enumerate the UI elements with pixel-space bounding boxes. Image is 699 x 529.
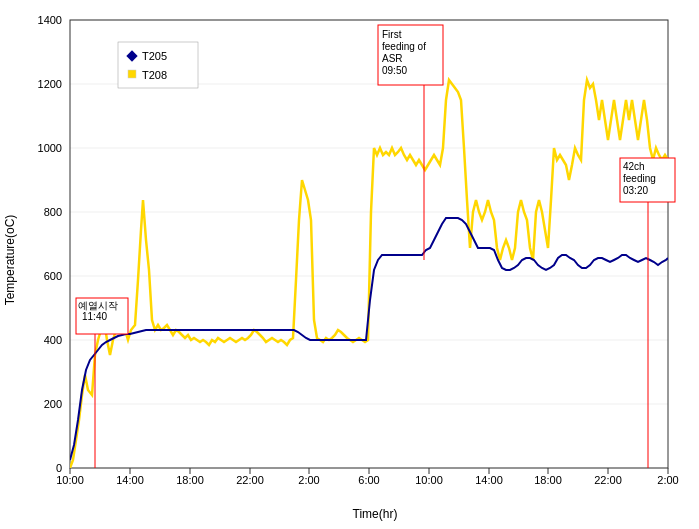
annotation-preheat-text: 예열시작 [78,300,118,311]
legend-box [118,42,198,88]
x-tick-5: 6:00 [358,474,379,486]
x-tick-6: 10:00 [415,474,443,486]
y-tick-1400: 1400 [38,14,62,26]
x-tick-9: 22:00 [594,474,622,486]
y-tick-0: 0 [56,462,62,474]
annotation-42ch-text1: 42ch [623,161,645,172]
y-tick-200: 200 [44,398,62,410]
x-tick-10: 2:00 [657,474,678,486]
annotation-feeding-time: 09:50 [382,65,407,76]
x-tick-3: 22:00 [236,474,264,486]
y-tick-1000: 1000 [38,142,62,154]
x-tick-0: 10:00 [56,474,84,486]
annotation-feeding-text2: feeding of [382,41,426,52]
annotation-feeding-text3: ASR [382,53,403,64]
y-axis-label: Temperature(oC) [3,215,17,306]
annotation-preheat-time: 11:40 [82,311,107,322]
y-tick-1200: 1200 [38,78,62,90]
x-tick-8: 18:00 [534,474,562,486]
annotation-42ch-text2: feeding [623,173,656,184]
x-tick-7: 14:00 [475,474,503,486]
legend-t205-label: T205 [142,50,167,62]
x-tick-1: 14:00 [116,474,144,486]
main-chart: Temperature(oC) Time(hr) 0 200 400 600 8… [0,0,699,529]
annotation-42ch-text3: 03:20 [623,185,648,196]
svg-rect-0 [0,0,699,529]
y-tick-400: 400 [44,334,62,346]
x-axis-label: Time(hr) [353,507,398,521]
y-tick-600: 600 [44,270,62,282]
x-tick-2: 18:00 [176,474,204,486]
legend-t208-icon [128,70,136,78]
annotation-feeding-text1: First [382,29,402,40]
y-tick-800: 800 [44,206,62,218]
legend-t208-label: T208 [142,69,167,81]
chart-container: Temperature(oC) Time(hr) 0 200 400 600 8… [0,0,699,529]
x-tick-4: 2:00 [298,474,319,486]
